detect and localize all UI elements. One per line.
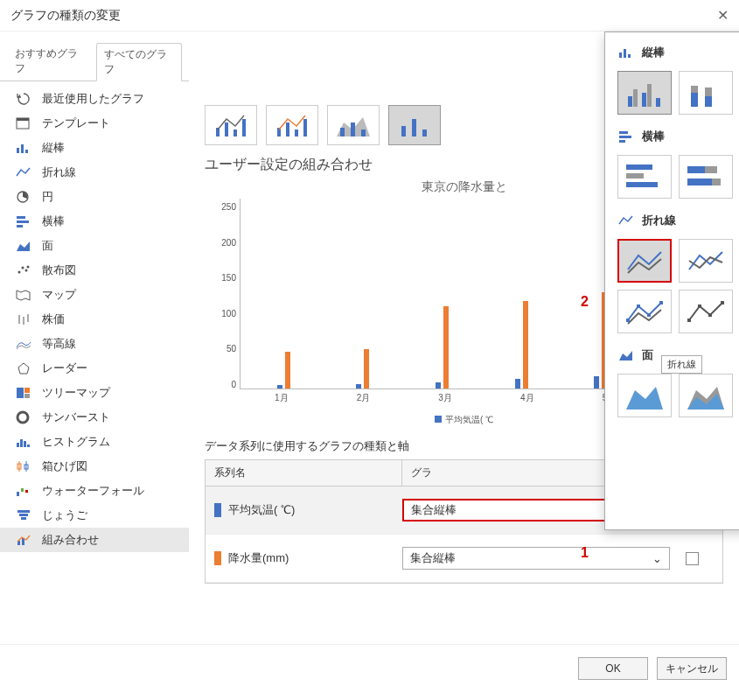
svg-rect-72 (626, 164, 652, 170)
category-surface[interactable]: 等高線 (0, 332, 189, 356)
tab-recommended[interactable]: おすすめグラフ (7, 42, 93, 80)
svg-rect-78 (712, 178, 721, 186)
svg-rect-18 (17, 388, 24, 398)
category-area[interactable]: 面 (0, 234, 189, 258)
svg-rect-69 (619, 131, 628, 134)
svg-rect-32 (25, 490, 28, 493)
histogram-icon (14, 434, 33, 450)
chart-option[interactable] (679, 71, 733, 115)
category-label: 株価 (42, 312, 65, 327)
category-label: 円 (42, 189, 53, 205)
area-icon (14, 238, 33, 254)
category-template[interactable]: テンプレート (0, 111, 189, 136)
category-label: 組み合わせ (42, 532, 99, 548)
svg-rect-55 (628, 54, 631, 58)
line-icon (617, 214, 635, 228)
annotation-1: 1 (581, 545, 589, 561)
bar (356, 384, 361, 388)
svg-rect-25 (27, 444, 30, 447)
chevron-down-icon: ⌄ (652, 552, 662, 565)
tab-all[interactable]: すべてのグラフ (96, 43, 182, 81)
svg-point-10 (18, 271, 21, 274)
category-column[interactable]: 縦棒 (0, 136, 189, 160)
svg-rect-4 (25, 150, 28, 153)
cancel-button[interactable]: キャンセル (657, 657, 727, 680)
svg-marker-97 (619, 351, 632, 360)
chart-option[interactable] (617, 239, 672, 283)
combo-subtype-4[interactable] (388, 105, 441, 145)
svg-rect-35 (21, 517, 26, 520)
combo-subtype-3[interactable] (327, 105, 380, 145)
chart-option[interactable] (679, 239, 733, 283)
x-tick: 3月 (438, 392, 452, 404)
category-label: じょうご (42, 508, 87, 523)
svg-rect-2 (17, 148, 19, 153)
chart-option[interactable] (617, 290, 672, 333)
y-tick: 50 (227, 344, 236, 354)
series-row: 降水量(mm) 集合縦棒⌄ (206, 535, 722, 583)
category-sunburst[interactable]: サンバースト (0, 405, 189, 430)
pie-icon (14, 189, 33, 205)
category-line[interactable]: 折れ線 (0, 160, 189, 185)
waterfall-icon (14, 483, 33, 499)
chart-option[interactable] (617, 374, 672, 417)
bar (523, 301, 528, 388)
svg-rect-75 (687, 166, 705, 173)
x-tick: 4月 (520, 392, 534, 404)
category-combo[interactable]: 組み合わせ (0, 528, 189, 552)
category-waterfall[interactable]: ウォーターフォール (0, 479, 189, 503)
bar (364, 349, 369, 388)
category-funnel[interactable]: じょうご (0, 503, 189, 528)
chart-option[interactable] (679, 155, 733, 199)
svg-point-21 (17, 412, 28, 423)
svg-marker-17 (18, 363, 29, 374)
svg-rect-1 (17, 118, 29, 121)
chart-option[interactable] (679, 290, 733, 333)
close-icon[interactable]: ✕ (717, 7, 729, 24)
bar (515, 379, 520, 388)
combo-subtype-2[interactable] (266, 105, 318, 145)
category-recent[interactable]: 最近使用したグラフ (0, 87, 189, 111)
window-title: グラフの種類の変更 (10, 8, 717, 24)
svg-rect-56 (628, 96, 632, 107)
svg-rect-31 (21, 488, 24, 492)
svg-rect-87 (626, 318, 630, 322)
category-label: 面 (42, 238, 53, 254)
category-boxwhisker[interactable]: 箱ひげ図 (0, 454, 189, 479)
column-icon (14, 140, 33, 156)
secondary-axis-checkbox[interactable] (686, 552, 699, 565)
category-label: ヒストグラム (42, 434, 110, 450)
chart-type-dropdown[interactable]: 集合縦棒⌄ (402, 547, 670, 570)
svg-rect-76 (705, 166, 717, 173)
y-tick: 100 (221, 309, 236, 318)
ok-button[interactable]: OK (578, 657, 648, 680)
chart-option[interactable] (679, 374, 733, 417)
chart-option[interactable] (617, 71, 672, 115)
category-bar[interactable]: 横棒 (0, 209, 189, 234)
bar (443, 306, 449, 388)
category-pie[interactable]: 円 (0, 185, 189, 209)
svg-rect-19 (24, 388, 30, 393)
category-histogram[interactable]: ヒストグラム (0, 430, 189, 454)
combo-subtype-1[interactable] (205, 105, 257, 145)
series-name: 平均気温( ℃) (228, 502, 295, 518)
svg-rect-44 (295, 130, 298, 136)
category-map[interactable]: マップ (0, 283, 189, 307)
svg-rect-34 (19, 514, 28, 516)
surface-icon (14, 336, 33, 352)
category-stock[interactable]: 株価 (0, 307, 189, 332)
category-treemap[interactable]: ツリーマップ (0, 381, 189, 405)
svg-point-13 (27, 266, 30, 269)
category-scatter[interactable]: 散布図 (0, 258, 189, 283)
svg-rect-52 (422, 130, 427, 136)
svg-point-12 (25, 270, 28, 272)
combo-icon (14, 532, 33, 548)
category-radar[interactable]: レーダー (0, 356, 189, 381)
svg-rect-8 (17, 225, 23, 228)
line-icon (14, 164, 33, 180)
category-label: テンプレート (42, 116, 110, 131)
category-label: 最近使用したグラフ (42, 91, 144, 107)
chart-option[interactable] (617, 155, 672, 199)
y-tick: 200 (221, 238, 236, 248)
svg-point-11 (22, 267, 24, 270)
